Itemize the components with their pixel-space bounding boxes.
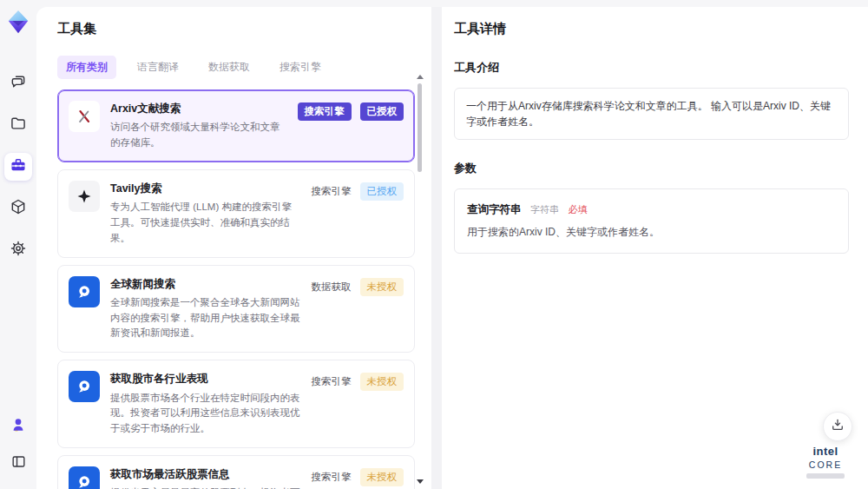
tab-3[interactable]: 搜索引擎 xyxy=(271,56,330,79)
sidebar-item-toolbox[interactable] xyxy=(4,153,32,181)
intel-core-logo: intel CORE xyxy=(795,445,856,479)
parameter-card: 查询字符串 字符串 必填 用于搜索的Arxiv ID、关键字或作者姓名。 xyxy=(454,188,849,254)
panel-layout-icon xyxy=(10,453,27,473)
main-content: 工具集 所有类别语言翻译数据获取搜索引擎 Arxiv文献搜索访问各个研究领域大量… xyxy=(36,7,868,489)
tool-name: Arxiv文献搜索 xyxy=(110,101,287,116)
tool-card-main: Arxiv文献搜索访问各个研究领域大量科学论文和文章的存储库。 xyxy=(110,101,287,151)
params-heading: 参数 xyxy=(454,161,849,176)
tool-description: 全球新闻搜索是一个聚合全球各大新闻网站内容的搜索引擎，帮助用户快速获取全球最新资… xyxy=(110,295,301,341)
tool-description: 提供当天交易量最高的股票列表，投资者可以利用这些信息来识别流动性强的股票和潜在的… xyxy=(110,486,301,489)
tool-description: 专为人工智能代理 (LLM) 构建的搜索引擎工具。可快速提供实时、准确和真实的结… xyxy=(110,200,301,246)
download-button[interactable] xyxy=(823,412,852,441)
auth-status-badge: 未授权 xyxy=(360,468,404,486)
tool-name: 获取股市各行业表现 xyxy=(110,371,301,386)
tool-card[interactable]: 获取市场最活跃股票信息提供当天交易量最高的股票列表，投资者可以利用这些信息来识别… xyxy=(57,455,415,489)
parameter-header: 查询字符串 字符串 必填 xyxy=(467,201,836,217)
tavily-icon xyxy=(69,181,100,212)
tool-card-main: 全球新闻搜索全球新闻搜索是一个聚合全球各大新闻网站内容的搜索引擎，帮助用户快速获… xyxy=(110,276,301,342)
category-tag: 搜索引擎 xyxy=(298,102,352,121)
news-search-icon xyxy=(69,276,100,307)
gear-icon xyxy=(10,240,27,261)
tool-card[interactable]: Arxiv文献搜索访问各个研究领域大量科学论文和文章的存储库。搜索引擎已授权 xyxy=(57,89,415,162)
tab-0[interactable]: 所有类别 xyxy=(57,56,116,79)
tool-description: 提供股票市场各个行业在特定时间段内的表现。投资者可以利用这些信息来识别表现优于或… xyxy=(110,391,301,437)
list-scrollbar[interactable] xyxy=(417,75,423,484)
tool-card[interactable]: Tavily搜索专为人工智能代理 (LLM) 构建的搜索引擎工具。可快速提供实时… xyxy=(57,169,415,258)
intro-heading: 工具介绍 xyxy=(454,60,849,76)
tab-2[interactable]: 数据获取 xyxy=(200,56,259,79)
sidebar-item-settings[interactable] xyxy=(4,236,32,264)
collapse-panel-toggle[interactable] xyxy=(4,449,32,477)
tool-intro-box: 一个用于从Arxiv存储库搜索科学论文和文章的工具。 输入可以是Arxiv ID… xyxy=(454,88,849,140)
intel-sub-badge xyxy=(806,473,845,479)
category-tag: 搜索引擎 xyxy=(312,373,352,391)
folder-icon xyxy=(10,115,27,135)
tool-tags: 搜索引擎已授权 xyxy=(312,181,404,247)
intel-brand-text: intel CORE xyxy=(795,445,856,471)
tool-card-main: 获取股市各行业表现提供股票市场各个行业在特定时间段内的表现。投资者可以利用这些信… xyxy=(110,371,301,437)
package-icon xyxy=(10,198,27,219)
arxiv-icon xyxy=(69,101,100,132)
scroll-up-arrow[interactable] xyxy=(417,75,424,79)
auth-status-badge: 已授权 xyxy=(360,182,404,201)
parameter-description: 用于搜索的Arxiv ID、关键字或作者姓名。 xyxy=(467,225,836,240)
category-tag: 搜索引擎 xyxy=(312,182,352,201)
sidebar xyxy=(0,0,36,489)
avatar-icon xyxy=(10,416,27,437)
tool-card-main: Tavily搜索专为人工智能代理 (LLM) 构建的搜索引擎工具。可快速提供实时… xyxy=(110,181,301,247)
tool-card[interactable]: 获取股市各行业表现提供股票市场各个行业在特定时间段内的表现。投资者可以利用这些信… xyxy=(57,360,415,448)
parameter-name: 查询字符串 xyxy=(467,203,522,215)
tool-name: 全球新闻搜索 xyxy=(110,276,301,291)
tool-card-list: Arxiv文献搜索访问各个研究领域大量科学论文和文章的存储库。搜索引擎已授权Ta… xyxy=(57,89,415,489)
auth-status-badge: 未授权 xyxy=(360,278,404,296)
detail-title: 工具详情 xyxy=(454,21,849,37)
category-tag: 搜索引擎 xyxy=(312,468,352,486)
page-title: 工具集 xyxy=(57,21,431,37)
tool-card[interactable]: 全球新闻搜索全球新闻搜索是一个聚合全球各大新闻网站内容的搜索引擎，帮助用户快速获… xyxy=(57,265,415,354)
auth-status-badge: 已授权 xyxy=(360,102,404,121)
sidebar-item-packages[interactable] xyxy=(4,195,32,222)
sidebar-item-chat[interactable] xyxy=(4,69,32,97)
download-icon xyxy=(830,417,845,436)
tool-tags: 搜索引擎未授权 xyxy=(312,466,404,489)
tool-list-panel: 工具集 所有类别语言翻译数据获取搜索引擎 Arxiv文献搜索访问各个研究领域大量… xyxy=(36,7,431,489)
panel-divider xyxy=(431,7,442,489)
news-search-icon xyxy=(69,371,100,402)
scrollbar-thumb[interactable] xyxy=(418,83,422,172)
category-tabs: 所有类别语言翻译数据获取搜索引擎 xyxy=(57,56,431,79)
toolbox-icon xyxy=(10,156,27,177)
tool-description: 访问各个研究领域大量科学论文和文章的存储库。 xyxy=(110,120,287,151)
auth-status-badge: 未授权 xyxy=(360,373,404,391)
scroll-down-arrow[interactable] xyxy=(417,479,424,484)
app-logo-icon xyxy=(5,9,31,35)
sidebar-item-files[interactable] xyxy=(4,111,32,139)
tool-card-main: 获取市场最活跃股票信息提供当天交易量最高的股票列表，投资者可以利用这些信息来识别… xyxy=(110,466,301,489)
news-search-icon xyxy=(69,466,100,489)
category-tag: 数据获取 xyxy=(312,278,352,296)
tool-detail-panel: 工具详情 工具介绍 一个用于从Arxiv存储库搜索科学论文和文章的工具。 输入可… xyxy=(442,7,868,489)
tool-name: Tavily搜索 xyxy=(110,181,301,195)
tool-tags: 搜索引擎已授权 xyxy=(298,101,404,151)
tool-tags: 数据获取未授权 xyxy=(312,276,404,342)
parameter-type: 字符串 xyxy=(530,204,559,215)
user-avatar[interactable] xyxy=(4,413,32,440)
tab-1[interactable]: 语言翻译 xyxy=(128,56,187,79)
tool-tags: 搜索引擎未授权 xyxy=(312,371,404,437)
chat-icon xyxy=(10,73,27,94)
tool-name: 获取市场最活跃股票信息 xyxy=(110,466,301,481)
parameter-required-badge: 必填 xyxy=(568,204,587,215)
